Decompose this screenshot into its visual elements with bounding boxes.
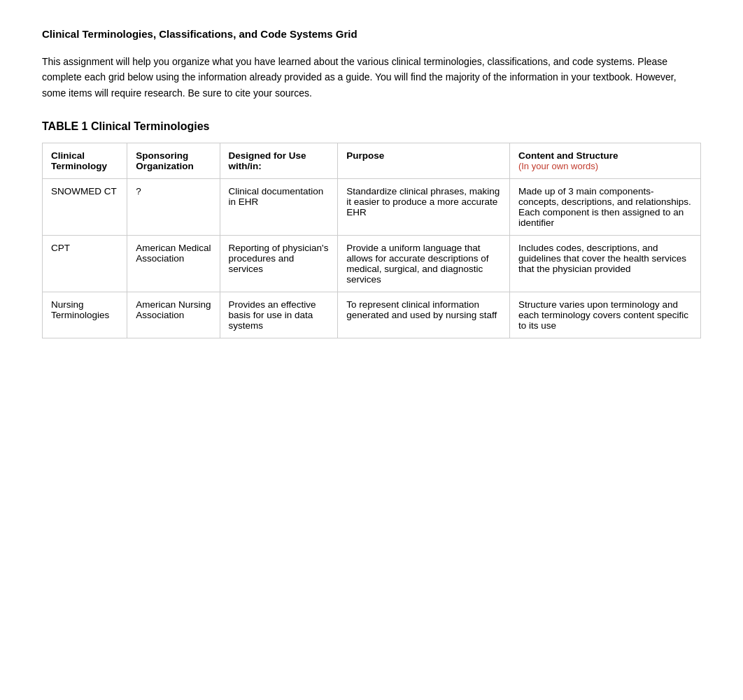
cell-purpose-1: Standardize clinical phrases, making it …	[338, 179, 510, 236]
cell-sponsoring-org-1: ?	[127, 179, 220, 236]
table-heading: TABLE 1 Clinical Terminologies	[42, 120, 701, 133]
cell-designed-for-use-2: Reporting of physician's procedures and …	[220, 236, 338, 292]
cell-designed-for-use-1: Clinical documentation in EHR	[220, 179, 338, 236]
col-header-clinical-terminology: Clinical Terminology	[43, 143, 127, 179]
cell-sponsoring-org-3: American Nursing Association	[127, 292, 220, 338]
col-header-purpose: Purpose	[338, 143, 510, 179]
table-row: CPT American Medical Association Reporti…	[43, 236, 701, 292]
clinical-terminologies-table: Clinical Terminology Sponsoring Organiza…	[42, 143, 701, 338]
cell-clinical-terminology-3: Nursing Terminologies	[43, 292, 127, 338]
col-header-content-structure: Content and Structure (In your own words…	[509, 143, 700, 179]
cell-sponsoring-org-2: American Medical Association	[127, 236, 220, 292]
cell-content-structure-2: Includes codes, descriptions, and guidel…	[509, 236, 700, 292]
cell-designed-for-use-3: Provides an effective basis for use in d…	[220, 292, 338, 338]
col-header-designed-for-use: Designed for Use with/in:	[220, 143, 338, 179]
cell-purpose-3: To represent clinical information genera…	[338, 292, 510, 338]
cell-clinical-terminology-1: SNOWMED CT	[43, 179, 127, 236]
cell-content-structure-1: Made up of 3 main components-concepts, d…	[509, 179, 700, 236]
table-header-row: Clinical Terminology Sponsoring Organiza…	[43, 143, 701, 179]
cell-purpose-2: Provide a uniform language that allows f…	[338, 236, 510, 292]
page-title: Clinical Terminologies, Classifications,…	[42, 28, 701, 40]
intro-paragraph: This assignment will help you organize w…	[42, 54, 701, 101]
table-row: Nursing Terminologies American Nursing A…	[43, 292, 701, 338]
cell-content-structure-3: Structure varies upon terminology and ea…	[509, 292, 700, 338]
col-header-sponsoring-organization: Sponsoring Organization	[127, 143, 220, 179]
cell-clinical-terminology-2: CPT	[43, 236, 127, 292]
table-row: SNOWMED CT ? Clinical documentation in E…	[43, 179, 701, 236]
